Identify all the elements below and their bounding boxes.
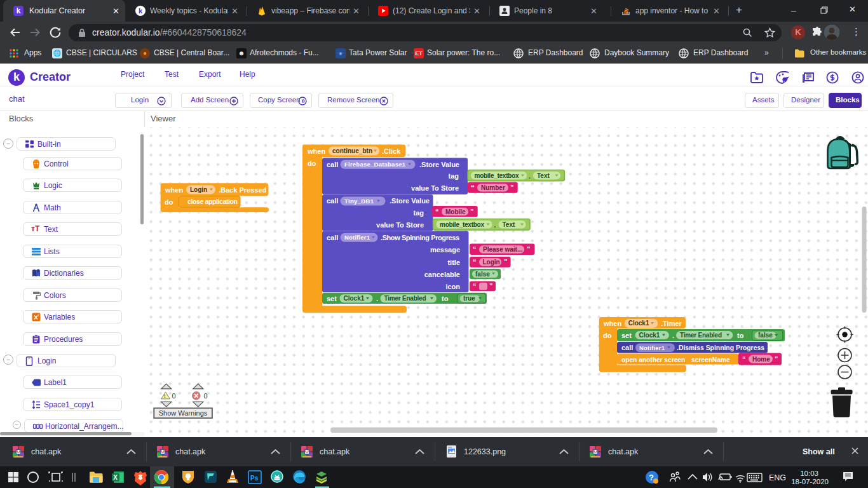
svg-text:tag: tag: [449, 172, 459, 180]
svg-text:message: message: [430, 246, 460, 254]
svg-text:Home: Home: [752, 356, 770, 363]
svg-text:Login: Login: [483, 259, 500, 266]
svg-text:Notifier1: Notifier1: [344, 234, 370, 241]
svg-text:“: “: [742, 355, 746, 363]
svg-text:.Store Value: .Store Value: [390, 197, 430, 205]
svg-text:when: when: [307, 147, 325, 155]
svg-text:.: .: [494, 222, 496, 229]
svg-text:”: ”: [504, 258, 508, 266]
svg-text:Please wait...: Please wait...: [483, 246, 522, 253]
svg-text:“: “: [473, 245, 477, 253]
svg-text:.: .: [376, 295, 378, 302]
svg-text:“: “: [473, 258, 477, 266]
svg-text:Clock1: Clock1: [639, 332, 660, 339]
svg-text:screenName: screenName: [691, 356, 730, 363]
svg-text:call: call: [621, 344, 633, 351]
svg-text:10:03: 10:03: [800, 470, 818, 477]
svg-text:Timer Enabled: Timer Enabled: [680, 332, 722, 339]
svg-text:do: do: [165, 198, 173, 206]
svg-text:.Show Spinning Progress: .Show Spinning Progress: [381, 234, 459, 241]
svg-text:do: do: [603, 332, 612, 339]
svg-text:“: “: [473, 282, 477, 290]
svg-text:Firebase_Database1: Firebase_Database1: [344, 161, 406, 168]
svg-text:.Back Pressed: .Back Pressed: [219, 186, 266, 194]
svg-text:call: call: [327, 197, 338, 205]
svg-text:set: set: [621, 332, 632, 339]
svg-text:“: “: [471, 184, 475, 191]
svg-text:.: .: [529, 173, 531, 180]
svg-text:Clock1: Clock1: [344, 295, 365, 302]
svg-text:.Timer: .Timer: [661, 320, 682, 327]
svg-text:”: ”: [470, 208, 474, 215]
svg-text:icon: icon: [445, 283, 460, 290]
svg-text:”: ”: [489, 282, 493, 290]
svg-text:.Dismiss Spinning Progress: .Dismiss Spinning Progress: [677, 344, 764, 351]
svg-text:tag: tag: [414, 209, 424, 217]
svg-text:false: false: [475, 271, 490, 278]
svg-text:Show Warnings: Show Warnings: [159, 409, 208, 417]
svg-text:18-07-2020: 18-07-2020: [791, 478, 829, 485]
svg-text:to: to: [442, 295, 449, 302]
svg-text:mobile_textbox: mobile_textbox: [475, 172, 519, 179]
svg-text:0: 0: [172, 392, 176, 400]
svg-text:.Store Value: .Store Value: [419, 161, 459, 168]
svg-text:!: !: [164, 393, 166, 399]
svg-text:.Click: .Click: [382, 147, 401, 155]
svg-text:mobile_textbox: mobile_textbox: [440, 221, 484, 228]
svg-text:continue_btn: continue_btn: [332, 147, 372, 154]
svg-text:open another screen: open another screen: [621, 356, 685, 363]
svg-text:do: do: [308, 159, 316, 167]
svg-text:Number: Number: [481, 184, 505, 191]
svg-text:Show all: Show all: [803, 447, 835, 456]
svg-text:chat.apk: chat.apk: [31, 447, 62, 456]
svg-text:Timer Enabled: Timer Enabled: [384, 295, 426, 302]
svg-text:call: call: [327, 161, 338, 168]
svg-text:Ps: Ps: [250, 475, 259, 482]
svg-text:cancelable: cancelable: [424, 271, 460, 278]
svg-text:Text: Text: [537, 172, 550, 179]
svg-text:122633.png: 122633.png: [464, 447, 506, 456]
svg-text:Text: Text: [503, 221, 515, 228]
svg-text:”: ”: [775, 355, 778, 363]
svg-text:?: ?: [649, 473, 654, 482]
svg-text:Mobile: Mobile: [445, 208, 466, 215]
svg-text:Clock1: Clock1: [628, 320, 649, 327]
svg-text:when: when: [603, 320, 621, 327]
svg-text:“: “: [435, 208, 439, 215]
svg-text:.: .: [672, 332, 674, 339]
svg-text:Tiny_DB1: Tiny_DB1: [344, 198, 374, 205]
svg-text:title: title: [447, 259, 460, 266]
svg-text:value To Store: value To Store: [411, 184, 459, 192]
svg-text:close application: close application: [187, 198, 238, 205]
svg-text:to: to: [737, 332, 744, 339]
svg-text:ENG: ENG: [769, 473, 786, 482]
svg-text:”: ”: [527, 245, 531, 253]
svg-text:when: when: [165, 186, 183, 194]
svg-text:0: 0: [204, 392, 208, 400]
svg-text:value To Store: value To Store: [376, 221, 424, 229]
svg-text:”: ”: [510, 184, 514, 191]
svg-text:Login: Login: [190, 186, 207, 193]
svg-text:X: X: [113, 474, 118, 481]
svg-text:set: set: [327, 295, 337, 302]
svg-text:false: false: [758, 332, 773, 339]
svg-text:true: true: [463, 295, 475, 302]
svg-text:Notifier1: Notifier1: [639, 344, 665, 351]
svg-text:call: call: [327, 234, 338, 241]
